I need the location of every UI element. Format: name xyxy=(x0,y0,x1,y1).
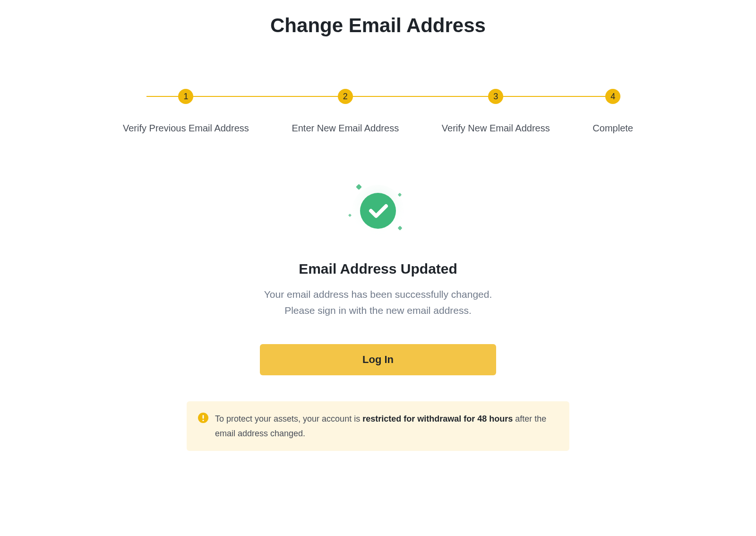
warning-bold: restricted for withdrawal for 48 hours xyxy=(362,414,513,424)
success-checkmark-icon xyxy=(347,181,409,244)
step-2-circle: 2 xyxy=(338,89,353,104)
step-3-circle: 3 xyxy=(488,89,503,104)
step-1-label: Verify Previous Email Address xyxy=(123,123,249,134)
svg-rect-7 xyxy=(203,415,204,419)
warning-prefix: To protect your assets, your account is xyxy=(215,414,362,424)
step-4-label: Complete xyxy=(593,123,633,134)
warning-banner: To protect your assets, your account is … xyxy=(187,401,569,451)
svg-point-8 xyxy=(202,420,204,421)
step-1-circle: 1 xyxy=(178,89,193,104)
step-2: 2 Enter New Email Address xyxy=(292,89,399,134)
step-3: 3 Verify New Email Address xyxy=(442,89,550,134)
success-heading: Email Address Updated xyxy=(260,261,496,277)
page-title: Change Email Address xyxy=(123,14,633,37)
svg-rect-1 xyxy=(356,184,362,190)
svg-point-5 xyxy=(360,193,396,229)
step-4-circle: 4 xyxy=(605,89,620,104)
stepper: 1 Verify Previous Email Address 2 Enter … xyxy=(123,89,633,134)
svg-rect-3 xyxy=(348,214,352,217)
success-message: Your email address has been successfully… xyxy=(260,286,496,318)
warning-text: To protect your assets, your account is … xyxy=(215,412,558,441)
login-button[interactable]: Log In xyxy=(260,344,496,375)
step-2-label: Enter New Email Address xyxy=(292,123,399,134)
step-3-label: Verify New Email Address xyxy=(442,123,550,134)
step-1: 1 Verify Previous Email Address xyxy=(123,89,249,134)
warning-icon xyxy=(198,413,208,423)
step-4: 4 Complete xyxy=(593,89,633,134)
